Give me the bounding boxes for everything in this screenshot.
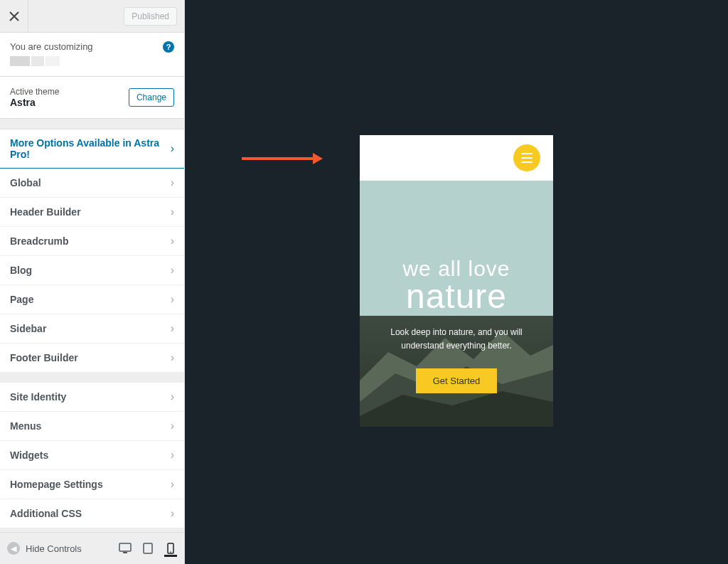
- panel-label: Global: [10, 177, 41, 188]
- svg-point-4: [170, 551, 171, 553]
- panel-label: Menus: [10, 420, 41, 432]
- panel-site-identity[interactable]: Site Identity ›: [0, 383, 184, 412]
- hero-subtitle: Look deep into nature, and you will unde…: [374, 326, 539, 353]
- panel-label: Widgets: [10, 449, 48, 461]
- tablet-icon[interactable]: [141, 542, 154, 555]
- arrow-left-icon: ◀: [7, 542, 20, 555]
- chevron-right-icon: ›: [171, 142, 174, 155]
- menu-toggle-button[interactable]: [513, 144, 540, 171]
- promo-panel[interactable]: More Options Available in Astra Pro! ›: [0, 129, 184, 169]
- panel-page[interactable]: Page ›: [0, 285, 184, 314]
- get-started-button[interactable]: Get Started: [416, 368, 497, 393]
- panel-label: Homepage Settings: [10, 479, 103, 490]
- annotation-arrow: [242, 153, 323, 164]
- panel-footer-builder[interactable]: Footer Builder ›: [0, 344, 184, 373]
- hide-controls-button[interactable]: ◀ Hide Controls: [7, 542, 82, 555]
- chevron-right-icon: ›: [171, 206, 174, 218]
- mobile-icon[interactable]: [164, 544, 177, 557]
- panel-homepage-settings[interactable]: Homepage Settings ›: [0, 470, 184, 499]
- divider: [0, 373, 184, 383]
- panel-additional-css[interactable]: Additional CSS ›: [0, 499, 184, 528]
- divider: [0, 119, 184, 129]
- customizer-sidebar: Published You are customizing ? Active t…: [0, 0, 185, 564]
- chevron-right-icon: ›: [171, 478, 174, 491]
- panel-label: Header Builder: [10, 206, 81, 218]
- active-theme-label: Active theme: [10, 87, 59, 97]
- panel-label: Blog: [10, 265, 32, 276]
- panel-list-secondary: Site Identity › Menus › Widgets › Homepa…: [0, 383, 184, 528]
- panel-label: Page: [10, 294, 33, 305]
- chevron-right-icon: ›: [171, 449, 174, 462]
- panel-list-main: More Options Available in Astra Pro! › G…: [0, 129, 184, 373]
- hide-controls-label: Hide Controls: [26, 543, 82, 554]
- chevron-right-icon: ›: [171, 390, 174, 403]
- panel-breadcrumb[interactable]: Breadcrumb ›: [0, 227, 184, 256]
- panel-label: Sidebar: [10, 323, 46, 334]
- close-button[interactable]: [0, 0, 28, 33]
- desktop-icon[interactable]: [119, 542, 132, 555]
- sidebar-footer: ◀ Hide Controls: [0, 532, 184, 564]
- svg-rect-2: [144, 543, 152, 553]
- hero-section: we all love nature Look deep into nature…: [360, 181, 553, 427]
- svg-rect-0: [119, 543, 131, 551]
- svg-rect-1: [123, 552, 127, 553]
- device-switcher: [119, 542, 177, 555]
- panel-widgets[interactable]: Widgets ›: [0, 441, 184, 470]
- help-icon[interactable]: ?: [163, 41, 174, 53]
- chevron-right-icon: ›: [171, 507, 174, 520]
- panel-blog[interactable]: Blog ›: [0, 256, 184, 285]
- chevron-right-icon: ›: [171, 322, 174, 335]
- panel-label: Additional CSS: [10, 508, 82, 519]
- panel-label: Footer Builder: [10, 352, 78, 363]
- mobile-preview-frame: we all love nature Look deep into nature…: [360, 135, 553, 427]
- change-theme-button[interactable]: Change: [129, 88, 174, 107]
- chevron-right-icon: ›: [171, 264, 174, 277]
- chevron-right-icon: ›: [171, 293, 174, 306]
- theme-info: Active theme Astra: [10, 87, 59, 108]
- publish-button[interactable]: Published: [124, 7, 177, 26]
- site-title-placeholder: [10, 56, 174, 66]
- hamburger-icon: [521, 153, 532, 154]
- promo-label: More Options Available in Astra Pro!: [10, 137, 171, 160]
- chevron-right-icon: ›: [171, 235, 174, 248]
- active-theme-name: Astra: [10, 97, 59, 108]
- panel-header-builder[interactable]: Header Builder ›: [0, 198, 184, 227]
- hero-title-line2: nature: [374, 277, 539, 316]
- customizing-info: You are customizing ?: [0, 33, 184, 77]
- panel-global[interactable]: Global ›: [0, 169, 184, 198]
- panel-label: Breadcrumb: [10, 235, 68, 247]
- close-icon: [9, 11, 19, 21]
- hero-text: we all love nature Look deep into nature…: [374, 257, 539, 353]
- panel-label: Site Identity: [10, 391, 66, 403]
- customizing-label: You are customizing: [10, 41, 174, 52]
- active-theme-row: Active theme Astra Change: [0, 77, 184, 119]
- panel-menus[interactable]: Menus ›: [0, 412, 184, 441]
- chevron-right-icon: ›: [171, 351, 174, 364]
- sidebar-header: Published: [0, 0, 184, 33]
- preview-area: we all love nature Look deep into nature…: [185, 0, 728, 564]
- chevron-right-icon: ›: [171, 420, 174, 432]
- chevron-right-icon: ›: [171, 176, 174, 189]
- panel-sidebar[interactable]: Sidebar ›: [0, 314, 184, 344]
- site-header: [360, 135, 553, 181]
